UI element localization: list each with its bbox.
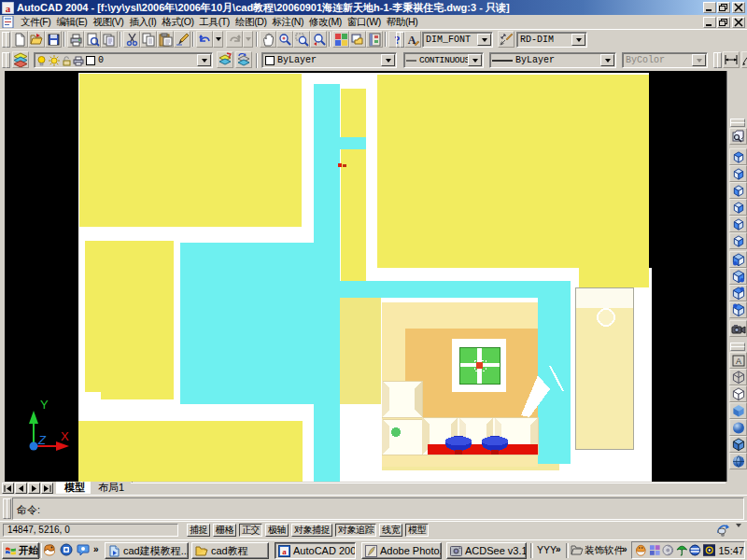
menu-view[interactable]: 视图(V) bbox=[90, 15, 126, 29]
sw-isometric-button[interactable] bbox=[729, 251, 747, 268]
zoom-previous-button[interactable] bbox=[310, 31, 327, 48]
tray-qq-icon[interactable] bbox=[635, 544, 647, 556]
front-view-button[interactable] bbox=[729, 216, 747, 232]
redo-button[interactable] bbox=[226, 31, 243, 48]
tab-model[interactable]: 模型 bbox=[56, 482, 93, 494]
layer-properties-button[interactable] bbox=[12, 51, 29, 68]
menu-tools[interactable]: 工具(T) bbox=[197, 15, 233, 29]
undo-dropdown[interactable] bbox=[213, 31, 223, 48]
last-tab-button[interactable] bbox=[41, 483, 53, 494]
menu-window[interactable]: 窗口(W) bbox=[345, 15, 384, 29]
plot-style-dropdown[interactable] bbox=[692, 54, 706, 66]
snap-toggle[interactable]: 捕捉 bbox=[187, 524, 210, 537]
doc-restore-button[interactable] bbox=[717, 17, 730, 28]
task-autocad[interactable]: a AutoCAD 200... bbox=[275, 542, 356, 559]
menu-dimension[interactable]: 标注(N) bbox=[270, 15, 307, 29]
dimension-toolbar-grip[interactable] bbox=[713, 52, 721, 68]
tool-palettes-button[interactable] bbox=[366, 31, 383, 48]
right-view-button[interactable] bbox=[729, 199, 747, 216]
task-acdsee[interactable]: ACDSee v3.1... bbox=[446, 542, 527, 559]
taskbar-clock[interactable]: 15:47 bbox=[718, 545, 744, 556]
minimize-button[interactable] bbox=[703, 2, 716, 13]
polar-toggle[interactable]: 极轴 bbox=[265, 524, 289, 537]
camera-button[interactable] bbox=[729, 320, 747, 337]
styles-toolbar-grip[interactable] bbox=[396, 32, 403, 48]
cut-button[interactable] bbox=[123, 31, 140, 48]
properties-button[interactable] bbox=[332, 31, 349, 48]
first-tab-button[interactable] bbox=[2, 483, 14, 494]
open-button[interactable] bbox=[28, 31, 45, 48]
lineweight-toggle[interactable]: 线宽 bbox=[379, 524, 402, 537]
tray-shield-icon[interactable] bbox=[689, 544, 701, 556]
dim-style-button[interactable] bbox=[498, 31, 514, 48]
taskbar-toolbar-decor[interactable]: 装饰软件 bbox=[585, 544, 624, 557]
pan-button[interactable] bbox=[260, 31, 276, 48]
layer-previous-button[interactable] bbox=[235, 51, 252, 68]
menu-help[interactable]: 帮助(H) bbox=[384, 15, 421, 29]
task-cad-modeling-tutorial[interactable]: cad建模教程... bbox=[105, 542, 189, 559]
flat-shaded-button[interactable] bbox=[729, 402, 747, 419]
layer-combo[interactable]: 0 bbox=[34, 52, 213, 68]
decor-folder-icon[interactable] bbox=[571, 544, 585, 558]
doc-minimize-button[interactable] bbox=[703, 17, 716, 28]
taskbar-toolbar-yyy[interactable]: YYY bbox=[537, 544, 557, 555]
horizontal-scrollbar[interactable] bbox=[131, 483, 726, 494]
task-adobe-photoshop[interactable]: Adobe Photo... bbox=[361, 542, 442, 559]
model-toggle[interactable]: 模型 bbox=[405, 524, 429, 537]
lineweight-combo[interactable]: ByLayer bbox=[489, 52, 616, 68]
plot-button[interactable] bbox=[67, 31, 84, 48]
zoom-realtime-button[interactable] bbox=[276, 31, 293, 48]
color-combo[interactable]: ByLayer bbox=[261, 52, 397, 68]
hidden-button[interactable] bbox=[729, 385, 747, 402]
grid-toggle[interactable]: 栅格 bbox=[213, 524, 236, 537]
named-views-button[interactable] bbox=[729, 128, 747, 145]
3d-wireframe-button[interactable] bbox=[729, 369, 747, 385]
doc-close-button[interactable] bbox=[732, 17, 745, 28]
quick-launch-browser-icon[interactable] bbox=[60, 543, 74, 557]
shade-toolbar-grip[interactable] bbox=[730, 343, 745, 350]
close-button[interactable] bbox=[732, 2, 745, 13]
prev-tab-button[interactable] bbox=[15, 483, 27, 494]
left-view-button[interactable] bbox=[729, 182, 747, 199]
tab-layout1[interactable]: 布局1 bbox=[91, 482, 133, 494]
text-style-dropdown[interactable] bbox=[477, 34, 491, 46]
layers-toolbar-grip[interactable] bbox=[2, 52, 9, 68]
top-view-button[interactable] bbox=[729, 148, 747, 165]
layer-dropdown[interactable] bbox=[197, 54, 211, 66]
coordinate-readout[interactable]: 14847, 5216, 0 bbox=[3, 524, 178, 537]
match-properties-button[interactable] bbox=[174, 31, 190, 48]
osnap-toggle[interactable]: 对象捕捉 bbox=[291, 524, 332, 537]
document-icon[interactable] bbox=[2, 16, 14, 28]
plot-style-combo[interactable]: ByColor bbox=[622, 52, 708, 68]
dim-style-dropdown[interactable] bbox=[571, 34, 585, 46]
designcenter-button[interactable] bbox=[349, 31, 366, 48]
gouraud-shaded-button[interactable] bbox=[729, 419, 747, 436]
tray-display-icon[interactable] bbox=[703, 544, 716, 556]
tray-msn-icon[interactable] bbox=[649, 544, 661, 556]
toolbar-grip[interactable] bbox=[2, 32, 9, 48]
text-style-button[interactable]: A bbox=[404, 31, 421, 48]
publish-button[interactable] bbox=[101, 31, 118, 48]
paste-button[interactable] bbox=[157, 31, 174, 48]
dim-style-combo[interactable]: RD-DIM bbox=[516, 32, 587, 48]
communication-center-icon[interactable] bbox=[715, 524, 730, 537]
copy-button[interactable] bbox=[140, 31, 157, 48]
menu-modify[interactable]: 修改(M) bbox=[306, 15, 345, 29]
new-button[interactable] bbox=[11, 31, 28, 48]
decor-chevron[interactable]: » bbox=[622, 544, 627, 554]
tray-antivirus-umbrella-icon[interactable] bbox=[676, 544, 688, 556]
quick-launch-messenger-icon[interactable] bbox=[77, 543, 91, 557]
nw-isometric-button[interactable] bbox=[729, 301, 747, 318]
color-dropdown[interactable] bbox=[381, 54, 395, 66]
aligned-dimension-button[interactable] bbox=[741, 51, 747, 68]
linetype-dropdown[interactable] bbox=[468, 54, 482, 66]
text-style-combo[interactable]: DIM_FONT bbox=[422, 32, 493, 48]
task-cad-tutorial[interactable]: cad教程 bbox=[191, 542, 269, 559]
command-window-grip[interactable] bbox=[3, 498, 10, 519]
redo-dropdown[interactable] bbox=[243, 31, 253, 48]
next-tab-button[interactable] bbox=[28, 483, 40, 494]
menu-edit[interactable]: 编辑(E) bbox=[53, 15, 90, 29]
menu-draw[interactable]: 绘图(D) bbox=[233, 15, 270, 29]
se-isometric-button[interactable] bbox=[729, 268, 747, 285]
command-input-area[interactable]: 命令: bbox=[12, 497, 744, 520]
